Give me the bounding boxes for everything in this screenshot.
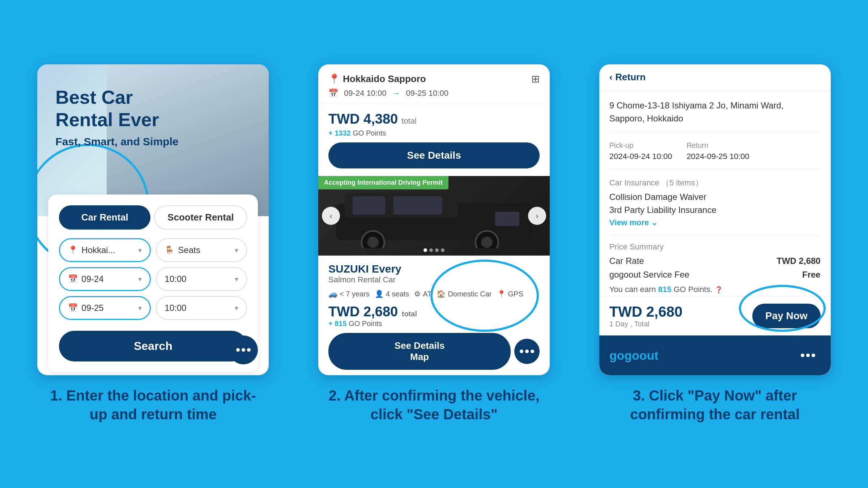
tab-row: Car Rental Scooter Rental xyxy=(59,205,247,230)
return-col: Return 2024-09-25 10:00 xyxy=(686,141,749,161)
car-prev-button[interactable]: ‹ xyxy=(322,207,340,225)
step-1-column: Best Car Rental Ever Fast, Smart, and Si… xyxy=(22,64,285,424)
car-image-dots xyxy=(424,248,444,252)
return-date-icon: 📅 xyxy=(68,303,78,313)
spec-seats-icon: 👤 xyxy=(375,290,384,298)
card2-action-buttons: See Details Map xyxy=(328,333,540,370)
insurance-item-2: 3rd Party Liability Insurance xyxy=(609,205,821,215)
car-price: TWD 2,680 total xyxy=(328,304,540,320)
rental-company: Salmon Rental Car xyxy=(328,275,540,284)
car-rate-label: Car Rate xyxy=(609,256,644,266)
date-range-row: 📅 09-24 10:00 → 09-25 10:00 xyxy=(328,89,540,98)
spec-domestic: 🏠 Domestic Car xyxy=(437,290,492,298)
dot-x xyxy=(801,354,804,357)
spec-age-text: < 7 years xyxy=(340,290,370,298)
spec-seats: 👤 4 seats xyxy=(375,290,409,298)
total-sub: 1 Day , Total xyxy=(609,320,682,328)
search-button[interactable]: Search xyxy=(59,331,247,361)
spec-gps: 📍 GPS xyxy=(497,290,523,298)
pickup-row: 📅 09-24 ▾ 10:00 ▾ xyxy=(59,267,247,291)
location-field[interactable]: 📍 Hokkai... ▾ xyxy=(59,238,151,262)
price-row-1: TWD 4,380 total xyxy=(328,111,540,127)
date-icon: 📅 xyxy=(328,89,338,98)
filter-icon[interactable]: ⊞ xyxy=(531,73,540,85)
view-more-text: View more xyxy=(609,218,649,227)
service-fee-row: gogoout Service Fee Free xyxy=(609,270,821,280)
spec-domestic-icon: 🏠 xyxy=(437,290,446,298)
car-points-label: GO Points xyxy=(349,320,382,328)
dot3 xyxy=(247,348,251,352)
see-details-button-2[interactable]: See Details Map xyxy=(328,333,511,370)
main-container: Best Car Rental Ever Fast, Smart, and Si… xyxy=(22,64,846,424)
tab-scooter-rental[interactable]: Scooter Rental xyxy=(154,205,247,230)
view-more-link[interactable]: View more ⌄ xyxy=(609,218,821,227)
earn-prefix: You can earn xyxy=(609,285,656,294)
van-image-svg xyxy=(330,183,538,248)
spec-domestic-text: Domestic Car xyxy=(448,290,492,298)
spec-age-icon: 🚙 xyxy=(328,290,337,298)
step3-content: 9 Chome-13-18 Ishiyama 2 Jo, Minami Ward… xyxy=(599,90,831,310)
dot2 xyxy=(242,348,245,352)
spec-gps-icon: 📍 xyxy=(497,290,506,298)
points-label-1: GO Points xyxy=(353,129,386,137)
earn-points-num: 815 xyxy=(658,285,672,294)
pickup-date-field[interactable]: 📅 09-24 ▾ xyxy=(59,267,151,291)
location-seats-row: 📍 Hokkai... ▾ 🪑 Seats ▾ xyxy=(59,238,247,262)
car-name: SUZUKI Every xyxy=(328,263,540,275)
return-date-value: 09-25 xyxy=(81,303,135,313)
pickup-date-value: 09-24 xyxy=(81,274,135,284)
car-next-button[interactable]: › xyxy=(528,207,546,225)
back-chevron-icon[interactable]: ‹ xyxy=(609,72,613,83)
seats-field[interactable]: 🪑 Seats ▾ xyxy=(156,238,247,262)
car-points-num: + 815 xyxy=(328,320,347,328)
location-display: 📍 Hokkaido Sapporo xyxy=(328,73,426,85)
pickup-date-icon: 📅 xyxy=(68,274,78,284)
location-name-text: Hokkaido Sapporo xyxy=(343,73,426,85)
svg-rect-8 xyxy=(495,212,520,226)
car-points: + 815 GO Points xyxy=(328,320,540,328)
pay-bar: TWD 2,680 1 Day , Total Pay Now xyxy=(599,296,831,335)
pickup-time-field[interactable]: 10:00 ▾ xyxy=(156,267,247,291)
spec-at-icon: ⚙ xyxy=(414,290,421,298)
car-price-label: total xyxy=(402,310,417,318)
step-3-column: ‹ Return 9 Chome-13-18 Ishiyama 2 Jo, Mi… xyxy=(583,64,846,424)
step3-caption: 3. Click "Pay Now" after confirming the … xyxy=(607,386,824,424)
svg-rect-2 xyxy=(353,196,385,215)
hero-title: Best Car Rental Ever xyxy=(55,86,171,131)
pickup-date-display: 09-24 10:00 xyxy=(344,89,386,98)
price-summary-section: Price Summary Car Rate TWD 2,680 gogoout… xyxy=(609,242,821,294)
step3-more-button[interactable] xyxy=(795,343,821,368)
pay-now-button[interactable]: Pay Now xyxy=(752,304,821,328)
hero-text-block: Best Car Rental Ever Fast, Smart, and Si… xyxy=(55,86,178,148)
map-text: Map xyxy=(336,351,503,363)
tab-car-rental[interactable]: Car Rental xyxy=(59,205,150,230)
pickup-date-dropdown-icon: ▾ xyxy=(138,275,142,283)
chevron-down-icon: ⌄ xyxy=(651,218,658,227)
return-date-field[interactable]: 📅 09-25 ▾ xyxy=(59,296,151,320)
gogoout-bar: gogoout xyxy=(599,335,831,375)
location-pin-icon: 📍 xyxy=(328,73,340,85)
seats-value: Seats xyxy=(178,245,231,255)
svg-point-5 xyxy=(367,236,379,248)
car-image: Accepting International Driving Permit ‹ xyxy=(318,176,550,256)
dot1 xyxy=(236,348,240,352)
listing-card-2: Accepting International Driving Permit ‹ xyxy=(318,176,550,375)
step2-caption: 2. After confirming the vehicle, click "… xyxy=(326,386,542,424)
card2-more-button[interactable] xyxy=(514,339,540,364)
return-label: Return xyxy=(686,141,749,150)
logo-text-2: out xyxy=(639,348,659,362)
service-fee-value: Free xyxy=(802,270,821,280)
search-panel: Car Rental Scooter Rental 📍 Hokkai... ▾ … xyxy=(48,194,258,372)
see-details-button-1[interactable]: See Details xyxy=(328,142,540,168)
step3-header: ‹ Return xyxy=(599,64,831,90)
pickup-col: Pick-up 2024-09-24 10:00 xyxy=(609,141,672,161)
insurance-section: Car Insurance （5 items） Collision Damage… xyxy=(609,177,821,235)
pickup-date: 2024-09-24 10:00 xyxy=(609,152,672,161)
return-time-field[interactable]: 10:00 ▾ xyxy=(156,296,247,320)
location-value: Hokkai... xyxy=(81,245,135,255)
svg-point-7 xyxy=(481,236,493,248)
pickup-time-dropdown-icon: ▾ xyxy=(235,275,238,283)
car-price-value: TWD 2,680 xyxy=(328,304,398,319)
earn-points-row: You can earn 815 GO Points. ❓ xyxy=(609,285,821,294)
more-options-button[interactable] xyxy=(229,335,258,364)
